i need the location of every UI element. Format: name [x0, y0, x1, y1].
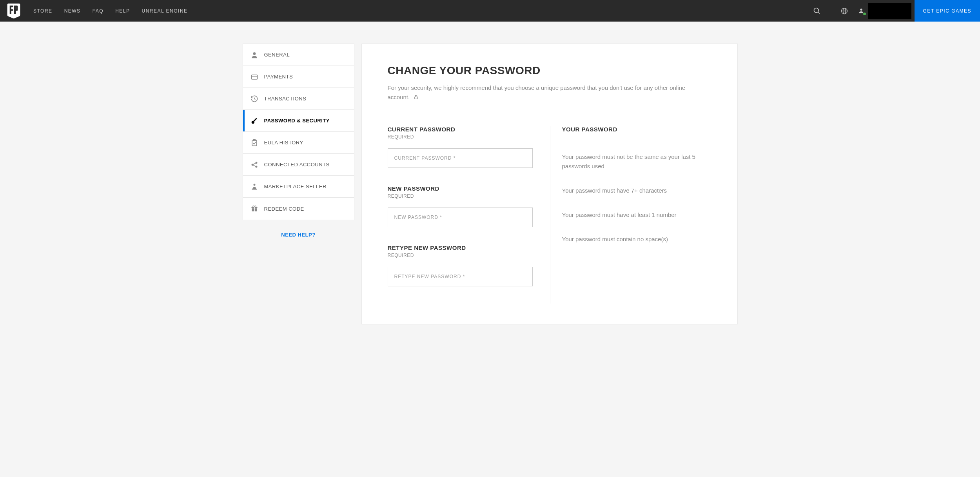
- sidebar-item-label: EULA HISTORY: [264, 140, 303, 146]
- page-subtitle: For your security, we highly recommend t…: [388, 83, 701, 102]
- sidebar-item-label: PAYMENTS: [264, 74, 293, 80]
- sidebar-item-label: REDEEM CODE: [264, 206, 304, 212]
- epic-logo[interactable]: [6, 3, 22, 19]
- sidebar-item-password-security[interactable]: PASSWORD & SECURITY: [243, 110, 354, 132]
- nav-unreal-engine[interactable]: UNREAL ENGINE: [136, 0, 194, 22]
- svg-rect-7: [251, 75, 257, 79]
- retype-password-label: RETYPE NEW PASSWORD: [388, 244, 533, 251]
- current-password-label: CURRENT PASSWORD: [388, 126, 533, 133]
- password-rule: Your password must have at least 1 numbe…: [562, 210, 711, 220]
- required-text: REQUIRED: [388, 193, 533, 199]
- retype-password-input[interactable]: [388, 267, 533, 286]
- required-text: REQUIRED: [388, 253, 533, 258]
- new-password-label: NEW PASSWORD: [388, 185, 533, 192]
- sidebar-item-connected-accounts[interactable]: CONNECTED ACCOUNTS: [243, 154, 354, 176]
- sidebar-item-general[interactable]: GENERAL: [243, 44, 354, 66]
- nav-help[interactable]: HELP: [109, 0, 136, 22]
- current-password-input[interactable]: [388, 148, 533, 168]
- password-form: CURRENT PASSWORD REQUIRED NEW PASSWORD R…: [388, 126, 550, 304]
- share-icon: [250, 160, 259, 169]
- svg-rect-26: [415, 97, 418, 99]
- svg-point-25: [254, 206, 256, 207]
- svg-line-17: [253, 165, 256, 166]
- online-status-dot: [863, 13, 866, 15]
- person-icon: [250, 51, 259, 59]
- svg-point-5: [860, 8, 862, 10]
- nav-faq[interactable]: FAQ: [87, 0, 110, 22]
- need-help-link[interactable]: NEED HELP?: [243, 232, 354, 238]
- password-rules: YOUR PASSWORD Your password must not be …: [550, 126, 711, 304]
- svg-point-6: [253, 52, 256, 55]
- nav-news[interactable]: NEWS: [58, 0, 87, 22]
- rules-title: YOUR PASSWORD: [562, 126, 711, 133]
- sidebar-item-transactions[interactable]: TRANSACTIONS: [243, 88, 354, 110]
- svg-rect-21: [254, 208, 257, 211]
- svg-point-24: [252, 206, 254, 207]
- search-icon[interactable]: [803, 0, 831, 22]
- sidebar-item-payments[interactable]: PAYMENTS: [243, 66, 354, 88]
- new-password-input[interactable]: [388, 208, 533, 227]
- username-box: [868, 3, 911, 19]
- account-sidebar: GENERAL PAYMENTS TRANSACTIONS PASSWORD &…: [243, 44, 354, 324]
- sidebar-item-eula-history[interactable]: EULA HISTORY: [243, 132, 354, 154]
- site-header: STORE NEWS FAQ HELP UNREAL ENGINE GET EP…: [0, 0, 980, 22]
- user-menu[interactable]: [858, 0, 915, 22]
- svg-point-0: [814, 8, 818, 13]
- key-icon: [250, 117, 259, 125]
- svg-rect-20: [252, 208, 254, 211]
- svg-line-1: [818, 12, 819, 13]
- wallet-icon: [250, 73, 259, 81]
- sidebar-item-marketplace-seller[interactable]: MARKETPLACE SELLER: [243, 176, 354, 198]
- nav-store[interactable]: STORE: [27, 0, 58, 22]
- sidebar-item-label: MARKETPLACE SELLER: [264, 184, 327, 189]
- sidebar-item-redeem-code[interactable]: REDEEM CODE: [243, 198, 354, 220]
- main-content: CHANGE YOUR PASSWORD For your security, …: [361, 44, 738, 324]
- get-epic-games-button[interactable]: GET EPIC GAMES: [915, 0, 980, 22]
- password-rule: Your password must not be the same as yo…: [562, 152, 711, 171]
- main-nav: STORE NEWS FAQ HELP UNREAL ENGINE: [27, 0, 194, 22]
- svg-rect-19: [252, 189, 257, 189]
- lock-icon: [414, 93, 419, 102]
- svg-line-16: [253, 163, 256, 164]
- gift-icon: [250, 204, 259, 213]
- seller-icon: [250, 182, 259, 191]
- sidebar-item-label: CONNECTED ACCOUNTS: [264, 162, 330, 167]
- svg-point-18: [253, 184, 255, 186]
- password-rule: Your password must contain no space(s): [562, 235, 711, 244]
- required-text: REQUIRED: [388, 134, 533, 140]
- password-rule: Your password must have 7+ characters: [562, 186, 711, 195]
- page-title: CHANGE YOUR PASSWORD: [388, 64, 711, 77]
- clipboard-check-icon: [250, 138, 259, 147]
- sidebar-item-label: PASSWORD & SECURITY: [264, 118, 330, 124]
- sidebar-item-label: TRANSACTIONS: [264, 96, 307, 102]
- sidebar-item-label: GENERAL: [264, 52, 290, 58]
- history-icon: [250, 95, 259, 103]
- globe-icon[interactable]: [831, 0, 858, 22]
- user-icon: [858, 7, 865, 15]
